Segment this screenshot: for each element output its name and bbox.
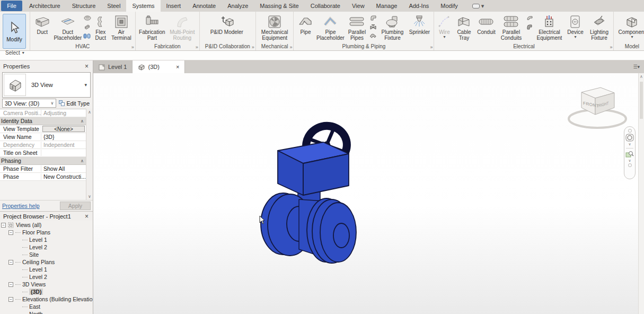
tree-item-ceiling-level-1[interactable]: Level 1 — [0, 266, 93, 273]
multi-point-routing-button[interactable]: Multi-Point Routing — [167, 13, 198, 41]
view-tab-level-1[interactable]: Level 1 — [93, 60, 133, 73]
tree-item-ceiling-level-2[interactable]: Level 2 — [0, 273, 93, 281]
sprinkler-button[interactable]: Sprinkler — [407, 13, 432, 36]
scroll-up-icon[interactable]: ∧ — [639, 74, 644, 79]
tab-modify[interactable]: Modify — [435, 0, 463, 12]
tab-analyze[interactable]: Analyze — [222, 0, 254, 12]
scroll-up-icon[interactable]: ∧ — [88, 110, 91, 115]
tree-item-east[interactable]: East — [0, 303, 93, 310]
panel-expand-icon[interactable]: » — [131, 45, 134, 50]
convert-to-flex-duct-button[interactable] — [83, 32, 92, 40]
type-dropdown-icon[interactable]: ▾ — [81, 82, 90, 88]
duct-button[interactable]: Duct — [32, 13, 53, 36]
panel-expand-icon[interactable]: » — [196, 45, 198, 50]
view-template-value-button[interactable]: <None> — [42, 126, 85, 132]
dropdown-icon[interactable]: ∨ — [628, 143, 631, 146]
ribbon-display-toggle[interactable]: ▾ — [468, 0, 489, 12]
tree-item-level-2[interactable]: Level 2 — [0, 243, 93, 251]
panel-expand-icon[interactable]: » — [252, 45, 254, 50]
panel-expand-icon[interactable]: » — [289, 45, 292, 50]
file-menu-button[interactable]: File — [1, 1, 22, 11]
scroll-thumb[interactable] — [640, 82, 643, 119]
tab-view[interactable]: View — [346, 0, 370, 12]
tab-insert[interactable]: Insert — [161, 0, 187, 12]
properties-scrollbar[interactable]: ∧ ∨ — [86, 109, 93, 200]
panel-label-select[interactable]: Select▾ — [0, 50, 30, 56]
pid-modeler-button[interactable]: P&ID Modeler — [205, 13, 249, 36]
pipe-flange-button[interactable] — [369, 32, 377, 40]
properties-help-link[interactable]: Properties help — [2, 203, 40, 209]
view-selector-combo[interactable]: 3D View: (3D) ∨ — [2, 99, 56, 108]
section-phasing[interactable]: Phasing ∧ — [0, 157, 86, 165]
cable-tray-fitting-button[interactable] — [525, 14, 534, 22]
tree-item-ceiling-plans[interactable]: − Ceiling Plans — [0, 258, 93, 266]
expand-icon[interactable]: − — [8, 297, 13, 302]
browser-scrollbar[interactable]: ∧ — [93, 221, 93, 314]
tree-item-north[interactable]: North — [0, 310, 93, 314]
air-terminal-button[interactable]: Air Terminal — [109, 13, 134, 41]
conduit-fitting-button[interactable] — [525, 23, 534, 31]
tab-steel[interactable]: Steel — [101, 0, 126, 12]
tab-architecture[interactable]: Architecture — [23, 0, 66, 12]
steering-wheel-button[interactable] — [625, 134, 634, 142]
lighting-fixture-button[interactable]: Lighting Fixture — [586, 13, 612, 41]
pipe-placeholder-button[interactable]: Pipe Placeholder — [315, 13, 345, 41]
apply-button[interactable]: Apply — [60, 202, 91, 210]
parallel-pipes-button[interactable]: Parallel Pipes — [345, 13, 368, 41]
properties-close-button[interactable]: × — [84, 63, 90, 70]
electrical-equipment-button[interactable]: Electrical Equipment — [534, 13, 564, 41]
expand-icon[interactable]: − — [8, 230, 13, 235]
pipe-fitting-button[interactable] — [369, 14, 377, 22]
tab-annotate[interactable]: Annotate — [187, 0, 222, 12]
tree-item-site[interactable]: Site — [0, 251, 93, 258]
panel-expand-icon[interactable]: » — [610, 45, 612, 50]
flex-duct-button[interactable]: Flex Duct — [92, 13, 109, 41]
fabrication-part-button[interactable]: Fabrication Part — [137, 13, 167, 41]
view-cube[interactable]: FRONT RIGHT — [566, 84, 629, 133]
wire-button[interactable]: Wire ▾ — [436, 13, 453, 39]
duct-accessory-button[interactable] — [83, 23, 92, 31]
zoom-button[interactable] — [625, 151, 634, 158]
canvas-scrollbar[interactable]: ∧ — [638, 73, 644, 314]
duct-placeholder-button[interactable]: Duct Placeholder — [53, 13, 83, 41]
tab-manage[interactable]: Manage — [370, 0, 403, 12]
dropdown-icon[interactable]: ∨ — [628, 159, 631, 162]
edit-type-button[interactable]: Edit Type — [58, 100, 91, 107]
section-identity-data[interactable]: Identity Data ∧ — [0, 117, 86, 125]
component-button[interactable]: Component ▾ — [615, 13, 644, 39]
tree-item-3d-selected[interactable]: (3D) — [0, 288, 93, 295]
type-selector[interactable]: 3D View ▾ — [2, 72, 91, 98]
tab-add-ins[interactable]: Add-Ins — [403, 0, 435, 12]
tab-systems[interactable]: Systems — [126, 0, 160, 12]
duct-fitting-button[interactable] — [83, 14, 92, 22]
collapse-icon[interactable]: ∧ — [81, 119, 86, 124]
parallel-conduits-button[interactable]: Parallel Conduits — [497, 13, 525, 41]
tab-list-button[interactable]: ☰▾ — [629, 60, 644, 73]
collapse-icon[interactable]: ∧ — [81, 159, 86, 163]
view-tab-3d[interactable]: (3D) × — [133, 60, 185, 73]
scroll-down-icon[interactable]: ∨ — [88, 194, 91, 199]
pipe-button[interactable]: Pipe — [295, 13, 315, 36]
tab-close-button[interactable]: × — [176, 64, 179, 70]
mechanical-equipment-button[interactable]: Mechanical Equipment — [259, 13, 290, 41]
cable-tray-button[interactable]: Cable Tray — [453, 13, 475, 41]
tree-item-elevations[interactable]: − Elevations (Building Elevatio — [0, 295, 93, 303]
project-browser-close-button[interactable]: × — [84, 213, 90, 220]
modify-button[interactable]: Modify — [3, 14, 26, 49]
plumbing-fixture-button[interactable]: Plumbing Fixture — [378, 13, 407, 41]
expand-icon[interactable]: − — [1, 223, 6, 228]
gate-valve-model[interactable] — [252, 116, 364, 269]
pipe-accessory-valve-button[interactable] — [369, 23, 377, 31]
panel-expand-icon[interactable]: » — [430, 45, 433, 50]
tab-collaborate[interactable]: Collaborate — [305, 0, 346, 12]
tree-item-3d-views[interactable]: − 3D Views — [0, 281, 93, 288]
conduit-button[interactable]: Conduit — [475, 13, 497, 36]
expand-icon[interactable]: − — [8, 282, 13, 287]
tab-structure[interactable]: Structure — [66, 0, 102, 12]
tree-item-views-all[interactable]: − Views (all) — [0, 221, 93, 229]
device-button[interactable]: Device ▾ — [564, 13, 586, 39]
expand-icon[interactable]: − — [8, 260, 13, 265]
model-canvas[interactable]: FRONT RIGHT ∨ ∨ ∧ — [93, 73, 644, 314]
tree-item-floor-plans[interactable]: − Floor Plans — [0, 229, 93, 236]
tree-item-level-1[interactable]: Level 1 — [0, 236, 93, 243]
